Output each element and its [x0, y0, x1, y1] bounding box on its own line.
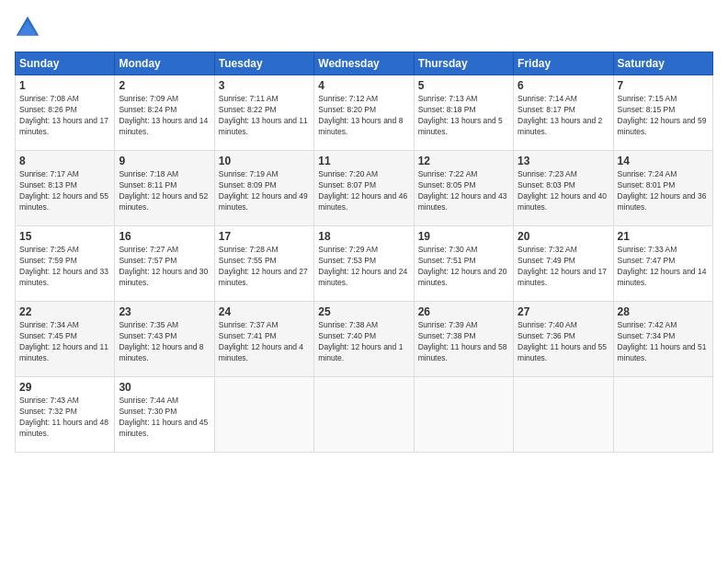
day-detail: Sunrise: 7:30 AMSunset: 7:51 PMDaylight:… — [418, 245, 507, 287]
day-cell: 10Sunrise: 7:19 AMSunset: 8:09 PMDayligh… — [214, 151, 313, 226]
day-number: 9 — [119, 155, 210, 167]
day-cell: 23Sunrise: 7:35 AMSunset: 7:43 PMDayligh… — [115, 302, 214, 377]
week-row-1: 1Sunrise: 7:08 AMSunset: 8:26 PMDaylight… — [16, 75, 713, 151]
day-number: 29 — [19, 381, 110, 394]
day-number: 7 — [618, 79, 709, 92]
header — [15, 15, 713, 40]
day-number: 11 — [318, 155, 409, 167]
day-detail: Sunrise: 7:25 AMSunset: 7:59 PMDaylight:… — [19, 245, 108, 287]
day-cell: 14Sunrise: 7:24 AMSunset: 8:01 PMDayligh… — [613, 151, 712, 226]
day-number: 14 — [618, 155, 709, 167]
logo — [15, 15, 44, 40]
day-cell: 1Sunrise: 7:08 AMSunset: 8:26 PMDaylight… — [16, 75, 115, 151]
day-cell: 27Sunrise: 7:40 AMSunset: 7:36 PMDayligh… — [514, 302, 613, 377]
day-cell: 8Sunrise: 7:17 AMSunset: 8:13 PMDaylight… — [16, 151, 115, 226]
day-number: 23 — [119, 305, 210, 318]
day-number: 30 — [119, 381, 210, 394]
day-cell: 17Sunrise: 7:28 AMSunset: 7:55 PMDayligh… — [214, 226, 313, 302]
day-number: 28 — [618, 305, 709, 318]
day-cell: 25Sunrise: 7:38 AMSunset: 7:40 PMDayligh… — [314, 302, 414, 377]
day-detail: Sunrise: 7:11 AMSunset: 8:22 PMDaylight:… — [219, 94, 308, 136]
day-cell — [613, 377, 712, 453]
day-number: 16 — [119, 230, 210, 243]
day-detail: Sunrise: 7:44 AMSunset: 7:30 PMDaylight:… — [119, 396, 208, 438]
day-detail: Sunrise: 7:14 AMSunset: 8:17 PMDaylight:… — [518, 94, 602, 136]
week-row-2: 8Sunrise: 7:17 AMSunset: 8:13 PMDaylight… — [16, 151, 713, 226]
day-number: 25 — [318, 305, 409, 318]
day-cell: 28Sunrise: 7:42 AMSunset: 7:34 PMDayligh… — [613, 302, 712, 377]
day-detail: Sunrise: 7:42 AMSunset: 7:34 PMDaylight:… — [618, 320, 707, 362]
day-detail: Sunrise: 7:22 AMSunset: 8:05 PMDaylight:… — [418, 169, 507, 212]
col-header-wednesday: Wednesday — [314, 52, 414, 75]
col-header-sunday: Sunday — [16, 52, 115, 75]
day-number: 8 — [19, 155, 110, 167]
week-row-4: 22Sunrise: 7:34 AMSunset: 7:45 PMDayligh… — [16, 302, 713, 377]
col-header-thursday: Thursday — [414, 52, 513, 75]
day-number: 13 — [518, 155, 609, 167]
day-cell — [214, 377, 313, 453]
week-row-5: 29Sunrise: 7:43 AMSunset: 7:32 PMDayligh… — [16, 377, 713, 453]
day-detail: Sunrise: 7:13 AMSunset: 8:18 PMDaylight:… — [418, 94, 503, 136]
day-number: 20 — [518, 230, 609, 243]
day-detail: Sunrise: 7:29 AMSunset: 7:53 PMDaylight:… — [318, 245, 407, 287]
day-detail: Sunrise: 7:19 AMSunset: 8:09 PMDaylight:… — [219, 169, 308, 212]
day-detail: Sunrise: 7:39 AMSunset: 7:38 PMDaylight:… — [418, 320, 507, 362]
day-cell: 5Sunrise: 7:13 AMSunset: 8:18 PMDaylight… — [414, 75, 513, 151]
day-detail: Sunrise: 7:34 AMSunset: 7:45 PMDaylight:… — [19, 320, 108, 362]
day-cell: 4Sunrise: 7:12 AMSunset: 8:20 PMDaylight… — [314, 75, 414, 151]
day-detail: Sunrise: 7:33 AMSunset: 7:47 PMDaylight:… — [618, 245, 707, 287]
day-cell: 3Sunrise: 7:11 AMSunset: 8:22 PMDaylight… — [214, 75, 313, 151]
day-detail: Sunrise: 7:27 AMSunset: 7:57 PMDaylight:… — [119, 245, 208, 287]
day-detail: Sunrise: 7:15 AMSunset: 8:15 PMDaylight:… — [618, 94, 707, 136]
day-detail: Sunrise: 7:37 AMSunset: 7:41 PMDaylight:… — [219, 320, 303, 362]
day-detail: Sunrise: 7:40 AMSunset: 7:36 PMDaylight:… — [518, 320, 607, 362]
day-cell: 6Sunrise: 7:14 AMSunset: 8:17 PMDaylight… — [514, 75, 613, 151]
day-number: 19 — [418, 230, 509, 243]
logo-icon — [15, 15, 40, 40]
day-number: 4 — [318, 79, 409, 92]
day-cell — [514, 377, 613, 453]
day-number: 10 — [219, 155, 310, 167]
day-number: 26 — [418, 305, 509, 318]
day-number: 22 — [19, 305, 110, 318]
day-cell — [414, 377, 513, 453]
day-detail: Sunrise: 7:32 AMSunset: 7:49 PMDaylight:… — [518, 245, 607, 287]
day-detail: Sunrise: 7:38 AMSunset: 7:40 PMDaylight:… — [318, 320, 403, 362]
day-detail: Sunrise: 7:20 AMSunset: 8:07 PMDaylight:… — [318, 169, 407, 212]
day-detail: Sunrise: 7:18 AMSunset: 8:11 PMDaylight:… — [119, 169, 208, 212]
col-header-saturday: Saturday — [613, 52, 712, 75]
day-cell — [314, 377, 414, 453]
week-row-3: 15Sunrise: 7:25 AMSunset: 7:59 PMDayligh… — [16, 226, 713, 302]
day-detail: Sunrise: 7:12 AMSunset: 8:20 PMDaylight:… — [318, 94, 403, 136]
day-detail: Sunrise: 7:28 AMSunset: 7:55 PMDaylight:… — [219, 245, 308, 287]
day-cell: 26Sunrise: 7:39 AMSunset: 7:38 PMDayligh… — [414, 302, 513, 377]
day-cell: 18Sunrise: 7:29 AMSunset: 7:53 PMDayligh… — [314, 226, 414, 302]
day-detail: Sunrise: 7:35 AMSunset: 7:43 PMDaylight:… — [119, 320, 203, 362]
day-cell: 20Sunrise: 7:32 AMSunset: 7:49 PMDayligh… — [514, 226, 613, 302]
day-detail: Sunrise: 7:09 AMSunset: 8:24 PMDaylight:… — [119, 94, 208, 136]
day-cell: 21Sunrise: 7:33 AMSunset: 7:47 PMDayligh… — [613, 226, 712, 302]
day-cell: 11Sunrise: 7:20 AMSunset: 8:07 PMDayligh… — [314, 151, 414, 226]
col-header-tuesday: Tuesday — [214, 52, 313, 75]
day-cell: 16Sunrise: 7:27 AMSunset: 7:57 PMDayligh… — [115, 226, 214, 302]
day-number: 17 — [219, 230, 310, 243]
day-cell: 22Sunrise: 7:34 AMSunset: 7:45 PMDayligh… — [16, 302, 115, 377]
day-detail: Sunrise: 7:23 AMSunset: 8:03 PMDaylight:… — [518, 169, 607, 212]
header-row: SundayMondayTuesdayWednesdayThursdayFrid… — [16, 52, 713, 75]
day-detail: Sunrise: 7:17 AMSunset: 8:13 PMDaylight:… — [19, 169, 108, 212]
page-container: SundayMondayTuesdayWednesdayThursdayFrid… — [0, 0, 728, 460]
day-cell: 30Sunrise: 7:44 AMSunset: 7:30 PMDayligh… — [115, 377, 214, 453]
day-number: 21 — [618, 230, 709, 243]
day-number: 5 — [418, 79, 509, 92]
day-number: 27 — [518, 305, 609, 318]
day-detail: Sunrise: 7:43 AMSunset: 7:32 PMDaylight:… — [19, 396, 108, 438]
day-cell: 29Sunrise: 7:43 AMSunset: 7:32 PMDayligh… — [16, 377, 115, 453]
day-detail: Sunrise: 7:08 AMSunset: 8:26 PMDaylight:… — [19, 94, 108, 136]
day-cell: 7Sunrise: 7:15 AMSunset: 8:15 PMDaylight… — [613, 75, 712, 151]
day-cell: 19Sunrise: 7:30 AMSunset: 7:51 PMDayligh… — [414, 226, 513, 302]
day-cell: 2Sunrise: 7:09 AMSunset: 8:24 PMDaylight… — [115, 75, 214, 151]
day-number: 24 — [219, 305, 310, 318]
day-number: 18 — [318, 230, 409, 243]
day-number: 15 — [19, 230, 110, 243]
day-number: 1 — [19, 79, 110, 92]
